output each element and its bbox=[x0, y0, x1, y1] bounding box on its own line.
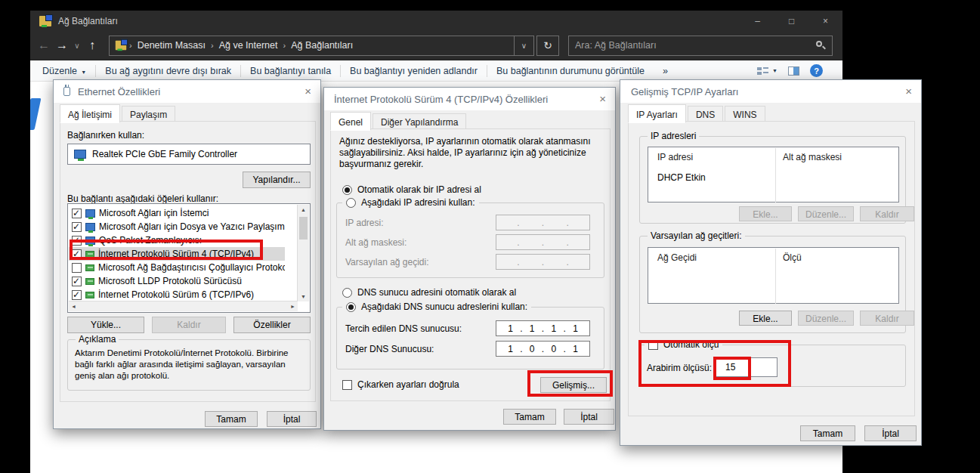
list-item[interactable]: İnternet Protokolü Sürüm 6 (TCP/IPv6) bbox=[69, 288, 285, 301]
tab-ip-settings[interactable]: IP Ayarları bbox=[628, 104, 686, 123]
scroll-down-icon[interactable]: ▼ bbox=[298, 294, 309, 299]
checkbox-unchecked-icon[interactable] bbox=[72, 263, 82, 273]
close-icon[interactable]: × bbox=[599, 93, 606, 104]
plug-icon bbox=[63, 87, 70, 96]
column-metric: Ölçü bbox=[783, 252, 802, 263]
checkbox-checked-icon[interactable] bbox=[72, 290, 82, 300]
properties-button[interactable]: Özellikler bbox=[233, 317, 311, 333]
up-icon[interactable]: ↑ bbox=[83, 39, 101, 52]
address-dropdown-icon[interactable]: ∨ bbox=[515, 36, 534, 56]
help-icon[interactable]: ? bbox=[810, 64, 823, 77]
ethernet-connection-icon-partial[interactable] bbox=[30, 98, 41, 130]
gateways-table: Ağ Geçidi Ölçü bbox=[648, 247, 899, 304]
search-icon[interactable] bbox=[815, 40, 826, 51]
configure-button[interactable]: Yapılandır... bbox=[243, 172, 311, 188]
tab-general[interactable]: Genel bbox=[330, 112, 371, 131]
toolbar-separator bbox=[340, 65, 341, 77]
ok-button[interactable]: Tamam bbox=[205, 411, 258, 427]
breadcrumb-separator-icon: › bbox=[283, 41, 286, 50]
connect-using-label: Bağlanırken kullan: bbox=[67, 130, 144, 141]
edit-button: Düzenle... bbox=[798, 206, 854, 221]
annotation-ipv4-item bbox=[70, 240, 263, 260]
toolbar-diagnose[interactable]: Bu bağlantıyı tanıla bbox=[250, 66, 331, 76]
checkbox-unchecked-icon[interactable] bbox=[342, 380, 352, 390]
checkbox-checked-icon[interactable] bbox=[72, 209, 82, 218]
minimize-button[interactable]: – bbox=[740, 11, 774, 31]
close-icon[interactable]: × bbox=[305, 85, 311, 97]
ok-button[interactable]: Tamam bbox=[800, 425, 855, 441]
vertical-scrollbar[interactable]: ▲ ▼ bbox=[297, 205, 309, 301]
toolbar-view-status[interactable]: Bu bağlantının durumunu görüntüle bbox=[496, 66, 645, 76]
back-icon[interactable]: ← bbox=[35, 39, 53, 52]
radio-selected-icon[interactable] bbox=[342, 185, 352, 195]
manual-dns-group bbox=[336, 307, 604, 369]
breadcrumb-network-internet[interactable]: Ağ ve Internet bbox=[219, 40, 278, 51]
breadcrumb[interactable]: › Denetim Masası › Ağ ve Internet › Ağ B… bbox=[109, 36, 515, 56]
breadcrumb-control-panel[interactable]: Denetim Masası bbox=[138, 40, 206, 51]
horizontal-scrollbar[interactable]: ◄ ► bbox=[69, 301, 298, 311]
adapter-field: Realtek PCIe GbE Family Controller bbox=[67, 144, 311, 165]
ip-address-field: . . . bbox=[496, 215, 590, 230]
annotation-advanced-button bbox=[527, 370, 613, 397]
cancel-button[interactable]: İptal bbox=[267, 411, 317, 427]
radio-manual-ip[interactable]: Aşağıdaki IP adresini kullan: bbox=[342, 197, 479, 208]
list-item[interactable]: Microsoft Ağları için Dosya ve Yazıcı Pa… bbox=[69, 220, 285, 233]
checkbox-checked-icon[interactable] bbox=[72, 277, 82, 286]
refresh-icon[interactable]: ↻ bbox=[536, 36, 559, 56]
caret-down-icon: ▼ bbox=[81, 70, 86, 75]
list-item[interactable]: Microsoft LLDP Protokolü Sürücüsü bbox=[69, 274, 285, 288]
validate-settings-checkbox[interactable]: Çıkarken ayarları doğrula bbox=[342, 379, 459, 390]
radio-unselected-icon[interactable] bbox=[346, 198, 356, 208]
cancel-button[interactable]: İptal bbox=[564, 409, 614, 425]
list-item-label: İnternet Protokolü Sürüm 6 (TCP/IPv6) bbox=[98, 289, 254, 300]
uses-items-label: Bu bağlantı aşağıdaki öğeleri kullanır: bbox=[67, 193, 218, 204]
toolbar-organize[interactable]: Düzenle ▼ bbox=[42, 66, 86, 76]
dialog-titlebar: Ethernet Özellikleri × bbox=[54, 80, 320, 103]
toolbar-overflow[interactable]: » bbox=[663, 66, 668, 76]
alternate-dns-field[interactable]: 1 . 0 . 0 . 1 bbox=[496, 341, 590, 357]
breadcrumb-separator-icon: › bbox=[211, 41, 214, 50]
scroll-right-icon[interactable]: ► bbox=[290, 304, 295, 309]
uninstall-button: Kaldır bbox=[152, 317, 226, 333]
ip-addresses-group-title: IP adresleri bbox=[648, 131, 699, 141]
toolbar-rename-connection[interactable]: Bu bağlantıyı yeniden adlandır bbox=[350, 66, 478, 76]
scroll-up-icon[interactable]: ▲ bbox=[298, 207, 309, 212]
maximize-button[interactable]: □ bbox=[774, 11, 808, 31]
scroll-left-icon[interactable]: ◄ bbox=[71, 304, 76, 309]
list-item[interactable]: Microsoft Ağları için İstemci bbox=[69, 206, 285, 220]
list-item-label: Microsoft Ağları için İstemci bbox=[99, 208, 209, 218]
radio-unselected-icon[interactable] bbox=[342, 288, 352, 298]
forward-icon[interactable]: → bbox=[53, 39, 71, 52]
edit-gateway-button: Düzenle... bbox=[798, 311, 854, 326]
preview-pane-icon[interactable] bbox=[788, 66, 799, 76]
toolbar-disable-device[interactable]: Bu ağ aygıtını devre dışı bırak bbox=[105, 66, 231, 76]
close-icon[interactable]: × bbox=[905, 85, 912, 97]
table-row-dhcp: DHCP Etkin bbox=[657, 172, 706, 183]
checkbox-label: Çıkarken ayarları doğrula bbox=[357, 379, 459, 390]
search-input[interactable]: Ara: Ağ Bağlantıları bbox=[568, 36, 833, 56]
recent-pages-icon[interactable]: ∨ bbox=[71, 42, 83, 50]
subnet-mask-field: . . . bbox=[496, 234, 590, 250]
protocol-icon bbox=[85, 292, 94, 298]
checkbox-checked-icon[interactable] bbox=[72, 222, 82, 232]
list-item[interactable]: Microsoft Ağ Bağdaştırıcısı Çoğullayıcı … bbox=[69, 261, 285, 274]
list-item-label: Microsoft LLDP Protokolü Sürücüsü bbox=[98, 276, 242, 286]
radio-selected-icon[interactable] bbox=[346, 302, 356, 312]
preferred-dns-field[interactable]: 1 . 1 . 1 . 1 bbox=[496, 320, 590, 336]
radio-auto-dns[interactable]: DNS sunucu adresini otomatik olarak al bbox=[342, 287, 516, 298]
change-view-button[interactable]: ▼ bbox=[757, 66, 778, 76]
add-gateway-button[interactable]: Ekle... bbox=[739, 311, 792, 326]
tab-networking[interactable]: Ağ İletişimi bbox=[60, 104, 120, 123]
radio-auto-ip[interactable]: Otomatik olarak bir IP adresi al bbox=[342, 184, 481, 195]
scroll-thumb[interactable] bbox=[299, 217, 308, 240]
close-button[interactable]: × bbox=[808, 11, 842, 31]
dialog-title: İnternet Protokolü Sürüm 4 (TCP/IPv4) Öz… bbox=[334, 94, 548, 105]
radio-manual-dns[interactable]: Aşağıdaki DNS sunucu adreslerini kullan: bbox=[342, 301, 531, 312]
install-button[interactable]: Yükle... bbox=[67, 317, 144, 333]
breadcrumb-network-connections[interactable]: Ağ Bağlantıları bbox=[291, 40, 353, 51]
ok-button[interactable]: Tamam bbox=[503, 409, 556, 425]
preferred-dns-label: Tercih edilen DNS sunucusu: bbox=[345, 323, 462, 334]
remove-button: Kaldır bbox=[860, 206, 914, 221]
cancel-button[interactable]: İptal bbox=[864, 425, 917, 441]
alternate-dns-label: Diğer DNS Sunucusu: bbox=[345, 344, 434, 354]
